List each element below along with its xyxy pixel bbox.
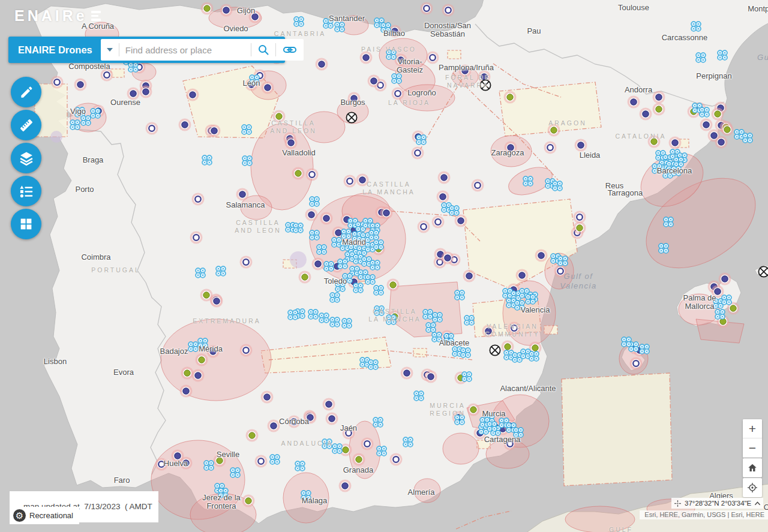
- hollow-marker[interactable]: [155, 458, 168, 471]
- green-marker[interactable]: [721, 124, 734, 136]
- hollow-marker[interactable]: [192, 193, 205, 206]
- navy-marker[interactable]: [640, 108, 652, 121]
- locate-button[interactable]: [743, 478, 762, 497]
- navy-marker[interactable]: [438, 172, 451, 184]
- navy-marker[interactable]: [320, 212, 333, 225]
- navy-marker[interactable]: [187, 89, 199, 101]
- search-source-dropdown[interactable]: [101, 39, 119, 61]
- navy-marker[interactable]: [305, 209, 318, 221]
- navy-marker[interactable]: [268, 420, 280, 432]
- navy-marker[interactable]: [505, 142, 517, 154]
- green-marker[interactable]: [574, 222, 586, 235]
- hollow-marker[interactable]: [418, 221, 430, 233]
- navy-marker[interactable]: [74, 79, 87, 91]
- navy-marker[interactable]: [316, 58, 328, 71]
- hollow-marker[interactable]: [427, 52, 439, 64]
- green-marker[interactable]: [387, 279, 400, 291]
- navy-marker[interactable]: [482, 325, 495, 338]
- navy-marker[interactable]: [179, 119, 191, 131]
- navy-marker[interactable]: [575, 139, 587, 152]
- green-marker[interactable]: [273, 110, 286, 123]
- hollow-marker[interactable]: [344, 175, 356, 188]
- hollow-marker[interactable]: [146, 122, 158, 135]
- green-marker[interactable]: [201, 2, 214, 15]
- green-marker[interactable]: [467, 404, 480, 416]
- navy-marker[interactable]: [719, 273, 731, 285]
- hollow-marker[interactable]: [630, 357, 643, 370]
- green-marker[interactable]: [648, 136, 661, 148]
- green-marker[interactable]: [292, 167, 305, 180]
- green-marker[interactable]: [299, 271, 311, 284]
- hollow-marker[interactable]: [288, 416, 301, 428]
- hollow-marker[interactable]: [504, 438, 517, 450]
- hollow-marker[interactable]: [472, 179, 484, 192]
- navy-marker[interactable]: [425, 371, 437, 383]
- green-marker[interactable]: [653, 103, 665, 116]
- navy-marker[interactable]: [700, 119, 713, 131]
- navy-marker[interactable]: [401, 367, 413, 380]
- navy-marker[interactable]: [380, 207, 393, 220]
- navy-marker[interactable]: [339, 480, 352, 492]
- hollow-marker[interactable]: [101, 69, 113, 82]
- hollow-marker[interactable]: [240, 256, 253, 269]
- navy-marker[interactable]: [535, 250, 548, 262]
- hollow-marker[interactable]: [51, 76, 64, 89]
- navy-marker[interactable]: [348, 92, 361, 105]
- navy-marker[interactable]: [180, 385, 193, 398]
- hollow-marker[interactable]: [240, 344, 253, 357]
- navy-marker[interactable]: [455, 215, 467, 227]
- coordinates-widget[interactable]: 37°28'32"N 2°03'34"E: [671, 498, 763, 509]
- basemap-button[interactable]: [11, 209, 41, 239]
- prohibited-marker[interactable]: [346, 112, 356, 122]
- navy-marker[interactable]: [208, 125, 221, 137]
- navy-marker[interactable]: [304, 411, 317, 424]
- navy-marker[interactable]: [285, 137, 298, 149]
- share-link-button[interactable]: [276, 39, 304, 61]
- green-marker[interactable]: [242, 495, 255, 507]
- hollow-marker[interactable]: [361, 438, 374, 450]
- navy-marker[interactable]: [140, 86, 152, 98]
- search-input[interactable]: [119, 45, 251, 55]
- search-button[interactable]: [251, 39, 275, 61]
- prohibited-marker[interactable]: [490, 345, 500, 355]
- hollow-marker[interactable]: [421, 2, 433, 15]
- navy-marker[interactable]: [261, 391, 274, 404]
- navy-marker[interactable]: [192, 369, 205, 382]
- green-marker[interactable]: [214, 455, 226, 467]
- measure-button[interactable]: [11, 110, 41, 140]
- draw-button[interactable]: [11, 77, 41, 107]
- navy-marker[interactable]: [395, 54, 407, 67]
- green-marker[interactable]: [181, 367, 194, 380]
- basemap-canvas[interactable]: [0, 0, 768, 532]
- green-marker[interactable]: [712, 108, 724, 121]
- green-marker[interactable]: [196, 354, 208, 366]
- green-marker[interactable]: [548, 124, 560, 137]
- hollow-marker[interactable]: [306, 169, 319, 181]
- navy-marker[interactable]: [207, 345, 220, 358]
- navy-marker[interactable]: [437, 191, 449, 203]
- navy-marker[interactable]: [236, 188, 249, 201]
- navy-marker[interactable]: [459, 65, 472, 77]
- hollow-marker[interactable]: [432, 216, 445, 229]
- zoom-out-button[interactable]: −: [743, 438, 762, 458]
- navy-marker[interactable]: [249, 11, 262, 23]
- green-marker[interactable]: [200, 289, 213, 302]
- hollow-marker[interactable]: [412, 147, 424, 160]
- hollow-marker[interactable]: [343, 427, 355, 440]
- green-marker[interactable]: [353, 453, 365, 466]
- navy-marker[interactable]: [628, 96, 640, 109]
- prohibited-marker[interactable]: [758, 266, 768, 276]
- navy-marker[interactable]: [360, 52, 373, 64]
- hollow-marker[interactable]: [390, 453, 403, 466]
- navy-marker[interactable]: [442, 252, 454, 265]
- navy-marker[interactable]: [368, 75, 380, 88]
- navy-marker[interactable]: [180, 457, 193, 470]
- hollow-marker[interactable]: [255, 455, 268, 468]
- navy-marker[interactable]: [326, 413, 338, 425]
- hollow-marker[interactable]: [544, 142, 557, 154]
- hollow-marker[interactable]: [554, 265, 567, 278]
- navy-marker[interactable]: [312, 258, 325, 270]
- layers-button[interactable]: [11, 143, 41, 173]
- zoom-in-button[interactable]: +: [743, 419, 762, 438]
- hollow-marker[interactable]: [574, 211, 586, 224]
